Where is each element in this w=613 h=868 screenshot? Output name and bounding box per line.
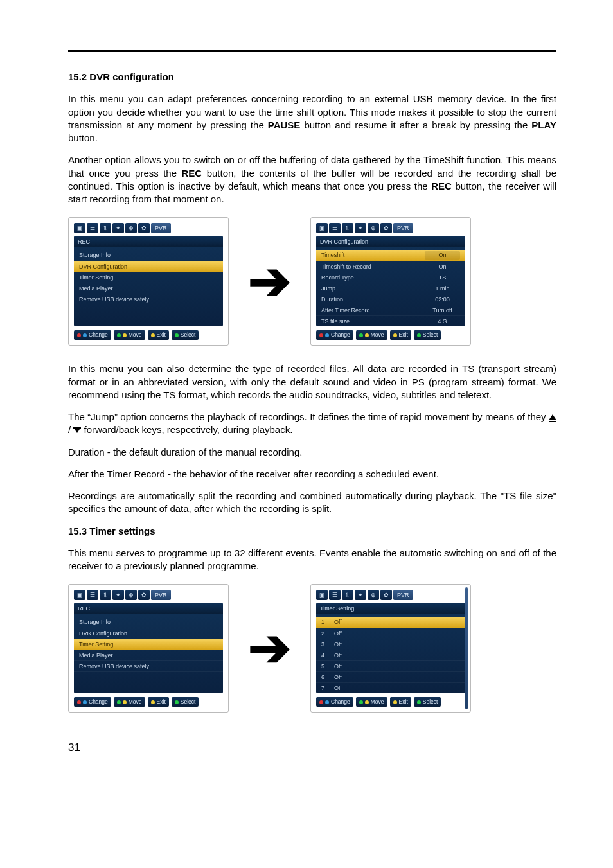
tab-icon[interactable]: ☰ [87,223,98,233]
tab-icon[interactable]: ▣ [316,590,328,600]
setting-row[interactable]: TimeshiftOn [316,250,465,261]
tab-icon[interactable]: ⥮ [342,590,353,600]
tab-icon[interactable]: ⥮ [342,223,353,233]
list-item[interactable]: Media Player [74,650,223,661]
tab-icon[interactable]: ⊕ [368,590,379,600]
setting-row[interactable]: Jump1 min [316,283,465,294]
list-item[interactable]: Storage Info [74,617,223,628]
hint-label: Exit [157,332,166,339]
figure-row-dvr: ▣ ☰ ⥮ ✦ ⊕ ✿ PVR REC Storage Info DVR Con… [68,217,556,346]
tab-icon[interactable]: ✿ [138,223,150,233]
hint-exit: Exit [390,697,411,707]
tab-icon[interactable]: ▣ [74,590,85,600]
timer-state: Off [334,684,460,692]
hint-label: Move [371,332,384,339]
setting-row[interactable]: Duration02:00 [316,294,465,305]
setting-row[interactable]: TS file size4 G [316,316,465,326]
list-item[interactable]: Media Player [74,283,223,294]
page-top-rule [68,50,556,52]
timer-row[interactable]: 3Off [316,639,465,650]
setting-key: Record Type [321,274,421,281]
timer-num: 3 [321,641,330,648]
window-title-rec: REC [74,603,223,614]
setting-row[interactable]: Record TypeTS [316,272,465,283]
list-item[interactable]: DVR Configuration [74,628,223,639]
setting-value: TS [425,274,460,281]
hint-select: Select [414,697,441,707]
tab-icon[interactable]: ⥮ [100,223,111,233]
tab-icon[interactable]: ✦ [112,590,124,600]
tab-active-pvr[interactable]: PVR [151,590,171,600]
hint-label: Change [331,332,350,339]
hint-exit: Exit [148,697,169,707]
arrow-right-icon: ➔ [248,623,291,674]
setting-value: On [425,251,460,259]
tab-icon[interactable]: ⊕ [125,590,137,600]
tab-icon[interactable]: ☰ [87,590,98,600]
tab-active-pvr[interactable]: PVR [151,223,171,233]
setting-value: 4 G [425,317,460,325]
dvr-config-list: TimeshiftOn Timeshift to RecordOn Record… [316,247,465,326]
timer-row[interactable]: 6Off [316,672,465,683]
hint-bar: Change Move Exit Select [316,330,465,340]
tab-active-pvr[interactable]: PVR [393,590,413,600]
hint-label: Select [423,698,438,705]
list-item[interactable]: Timer Setting [74,272,223,283]
timer-row[interactable]: 7Off [316,683,465,693]
tab-icon[interactable]: ✦ [112,223,124,233]
hint-label: Move [371,698,384,705]
tab-icon[interactable]: ☰ [329,223,341,233]
hint-exit: Exit [148,330,169,340]
hint-bar: Change Move Exit Select [316,697,465,707]
tab-bar: ▣ ☰ ⥮ ✦ ⊕ ✿ PVR [316,590,465,600]
tab-bar: ▣ ☰ ⥮ ✦ ⊕ ✿ PVR [74,223,223,233]
heading-timer-settings: 15.3 Timer settings [68,525,556,538]
setting-row[interactable]: Timeshift to RecordOn [316,261,465,272]
tab-icon[interactable]: ⊕ [125,223,137,233]
tab-icon[interactable]: ⊕ [368,223,379,233]
timer-row[interactable]: 4Off [316,650,465,661]
tab-icon[interactable]: ☰ [329,590,341,600]
hint-select: Select [414,330,441,340]
tab-icon[interactable]: ▣ [74,223,85,233]
tab-icon[interactable]: ✿ [380,590,392,600]
arrow-right-icon: ➔ [248,256,291,307]
setting-value: 02:00 [425,296,460,303]
setting-value: 1 min [425,285,460,292]
window-title-dvr-config: DVR Configuration [316,236,465,247]
timer-row[interactable]: 1Off [316,617,465,628]
hint-change: Change [74,330,111,340]
tab-icon[interactable]: ✦ [355,590,366,600]
hint-label: Exit [157,698,166,705]
list-item-label: DVR Configuration [79,630,218,637]
hint-move: Move [356,330,387,340]
setting-key: TS file size [321,317,421,325]
timer-row[interactable]: 2Off [316,628,465,639]
setting-key: Jump [321,285,421,292]
setting-value: Turn off [425,306,460,314]
tab-icon[interactable]: ▣ [316,223,328,233]
setting-row[interactable]: After Timer RecordTurn off [316,305,465,316]
list-item[interactable]: Storage Info [74,250,223,261]
para-dvr-6: After the Timer Record - the behavior of… [68,468,556,481]
tab-icon[interactable]: ⥮ [100,590,111,600]
setting-key: Duration [321,296,421,303]
screenshot-timer-setting: ▣ ☰ ⥮ ✦ ⊕ ✿ PVR Timer Setting 1Off 2Off … [310,584,471,713]
tab-active-pvr[interactable]: PVR [393,223,413,233]
tab-icon[interactable]: ✿ [138,590,150,600]
timer-list: 1Off 2Off 3Off 4Off 5Off 6Off 7Off 8Off [316,614,465,693]
list-item[interactable]: DVR Configuration [74,261,223,272]
list-item[interactable]: Timer Setting [74,639,223,650]
hint-label: Select [423,332,438,339]
rec-menu-list: Storage Info DVR Configuration Timer Set… [74,614,223,693]
tab-icon[interactable]: ✿ [380,223,392,233]
list-item[interactable]: Remove USB device safely [74,661,223,672]
heading-dvr-config: 15.2 DVR configuration [68,71,556,84]
tab-icon[interactable]: ✦ [355,223,366,233]
rec-menu-list: Storage Info DVR Configuration Timer Set… [74,247,223,326]
timer-row[interactable]: 5Off [316,661,465,672]
timer-state: Off [334,651,460,659]
text: button. [68,132,98,143]
timer-state: Off [334,630,460,637]
list-item[interactable]: Remove USB device safely [74,294,223,305]
